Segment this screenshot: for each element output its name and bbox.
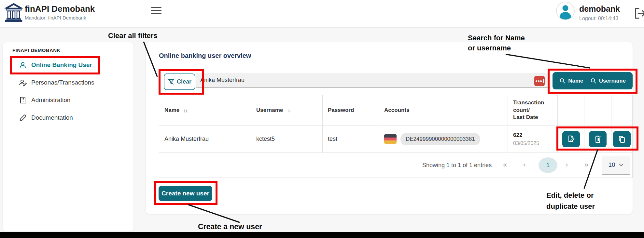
search-button-group: Name Username xyxy=(553,72,633,89)
name-button-label: Name xyxy=(568,78,583,84)
cell-username: kctest5 xyxy=(251,126,323,153)
app-window: finAPI Demobank Mandator: finAPI Demoban… xyxy=(0,0,644,238)
duplicate-user-button[interactable] xyxy=(613,131,631,147)
mandator-subtitle: Mandator: finAPI Demobank xyxy=(25,15,86,20)
column-header-actions-3 xyxy=(611,95,632,126)
sort-icon[interactable]: ↑↓ xyxy=(287,108,290,113)
annotation-create-hint: Create a new user xyxy=(198,222,262,232)
column-header-password: Password xyxy=(323,95,379,126)
annotation-clear-filters: Clear all filters xyxy=(108,31,158,41)
toolbar-divider xyxy=(159,68,633,68)
search-input[interactable] xyxy=(200,73,493,87)
sidebar-item-documentation[interactable]: Documentation xyxy=(3,109,133,126)
column-header-actions-1 xyxy=(558,95,584,126)
sidebar-section-title: FINAPI DEMOBANK xyxy=(12,47,61,53)
hamburger-menu-icon[interactable] xyxy=(151,7,161,14)
sidebar: FINAPI DEMOBANK Online Banking User xyxy=(3,42,133,231)
search-icon xyxy=(590,78,596,84)
pencil-icon xyxy=(19,114,27,122)
iban-chip: DE24999900000000003381 xyxy=(400,133,480,145)
column-header-name: Name ↑↓ xyxy=(159,95,251,126)
sidebar-item-personas-transactions[interactable]: Personas/Transactions xyxy=(3,74,133,91)
pagination-summary: Showing 1 to 1 of 1 entries xyxy=(422,162,492,169)
user-avatar[interactable] xyxy=(556,2,575,20)
chevron-down-icon xyxy=(619,163,624,166)
sidebar-item-label: Administration xyxy=(31,97,70,104)
page-size-value: 10 xyxy=(608,161,615,168)
top-header: finAPI Demobank Mandator: finAPI Demoban… xyxy=(0,0,644,28)
page-title: Online banking user overview xyxy=(159,52,251,59)
persona-edit-icon xyxy=(19,79,27,86)
search-underline xyxy=(196,87,550,88)
page-size-select[interactable]: 10 xyxy=(602,156,630,175)
transaction-count: 622 xyxy=(513,132,539,139)
user-table: Name ↑↓ Username ↑↓ Password Accounts Tr… xyxy=(159,95,633,178)
column-header-username: Username ↑↓ xyxy=(251,95,323,126)
cell-name: Anika Musterfrau xyxy=(159,126,251,153)
search-by-username-button[interactable]: Username xyxy=(590,78,626,84)
filter-off-icon xyxy=(168,78,175,85)
german-flag-icon xyxy=(384,134,397,144)
first-page-button[interactable]: « xyxy=(503,161,507,169)
delete-user-button[interactable] xyxy=(589,131,607,147)
cell-transactions: 622 03/05/2025 xyxy=(508,126,558,153)
next-page-button[interactable]: › xyxy=(566,161,568,169)
logout-icon[interactable] xyxy=(634,7,644,20)
column-header-actions-2 xyxy=(584,95,611,126)
sidebar-item-administration[interactable]: Administration xyxy=(3,91,133,109)
password-manager-icon[interactable] xyxy=(534,76,545,86)
cell-accounts: DE24999900000000003381 xyxy=(379,126,508,153)
sidebar-item-label: Documentation xyxy=(31,114,73,121)
person-icon xyxy=(19,61,27,69)
column-header-accounts: Accounts xyxy=(379,95,508,126)
search-bar xyxy=(196,73,550,87)
previous-page-button[interactable]: ‹ xyxy=(523,161,525,169)
pagination-bar: Showing 1 to 1 of 1 entries « ‹ 1 › » 10 xyxy=(159,153,632,178)
create-new-user-button[interactable]: Create new user xyxy=(159,186,212,201)
main-panel: Online banking user overview Clear xyxy=(146,42,633,214)
cell-action-delete xyxy=(584,126,611,153)
search-by-name-button[interactable]: Name xyxy=(559,78,583,84)
clear-button-label: Clear xyxy=(177,78,191,85)
logged-in-username: demobank xyxy=(579,4,620,14)
sidebar-item-online-banking-user[interactable]: Online Banking User xyxy=(3,56,133,74)
transaction-last-date: 03/05/2025 xyxy=(513,140,539,146)
logout-timer: Logout: 00:14:43 xyxy=(579,16,618,21)
last-page-button[interactable]: » xyxy=(584,161,588,169)
cell-action-edit xyxy=(558,126,584,153)
search-icon xyxy=(559,78,566,84)
column-header-transaction: Transaction count/ Last Date xyxy=(508,95,558,126)
bank-logo-icon xyxy=(5,3,23,22)
sidebar-nav: Online Banking User Personas/Transaction… xyxy=(3,56,133,126)
cell-password: test xyxy=(323,126,379,153)
cell-action-duplicate xyxy=(611,126,632,153)
edit-user-button[interactable] xyxy=(562,131,580,147)
sidebar-item-label: Online Banking User xyxy=(31,61,92,69)
username-button-label: Username xyxy=(599,78,626,84)
building-icon xyxy=(19,96,27,104)
clear-filters-button[interactable]: Clear xyxy=(164,73,195,90)
bottom-black-bar xyxy=(0,232,644,238)
sidebar-item-label: Personas/Transactions xyxy=(31,79,94,86)
current-page-chip[interactable]: 1 xyxy=(539,157,557,173)
sort-icon[interactable]: ↑↓ xyxy=(183,108,187,113)
app-title: finAPI Demobank xyxy=(25,4,95,14)
